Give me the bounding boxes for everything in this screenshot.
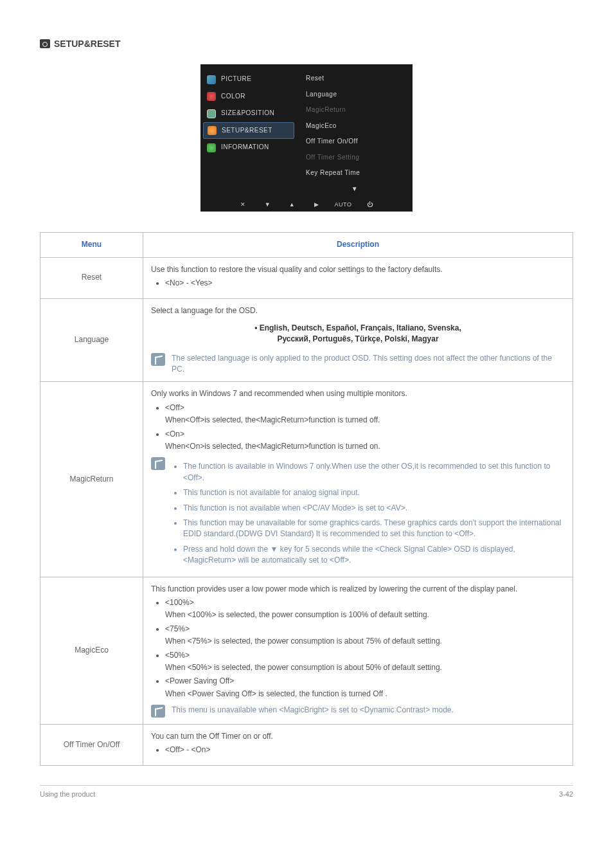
auto-label: AUTO [335,201,352,209]
table-row: MagicReturn Only works in Windows 7 and … [40,382,573,577]
me-75-label: <75%> [165,624,565,635]
me-100-text: When <100%> is selected, the power consu… [165,610,565,620]
page-footer: Using the product 3-42 [40,785,573,800]
osd-left-label: INFORMATION [221,143,269,152]
magicreturn-notes: The function is available in Windows 7 o… [151,457,565,570]
osd-left-label: COLOR [221,92,245,102]
magicreturn-off: <Off> When<Off>is selected, the<MagicRet… [165,402,565,426]
mr-off-label: <Off> [165,402,565,413]
osd-left-label: PICTURE [221,75,251,84]
osd-right-item: Off Timer Setting [297,150,413,166]
mr-on-text: When<On>is selected, the<MagicReturn>fun… [165,441,565,452]
magiceco-100: <100%> When <100%> is selected, the powe… [165,597,565,621]
desc-offtimer: You can turn the Off Timer on or off. <O… [143,725,573,766]
osd-menu-screenshot: PICTURE COLOR SIZE&POSITION SETUP&RESET … [200,64,413,212]
table-row: Reset Use this function to restore the v… [40,257,573,298]
osd-left-setup-selected: SETUP&RESET [203,122,294,140]
table-row: Language Select a language for the OSD. … [40,298,573,382]
settings-table: Menu Description Reset Use this function… [40,232,573,766]
size-icon [207,109,216,118]
right-icon: ▶ [310,201,323,209]
mr-note: Press and hold down the ▼ key for 5 seco… [183,544,565,566]
mr-on-label: <On> [165,429,565,440]
menu-offtimer: Off Timer On/Off [40,725,143,766]
me-psoff-label: <Power Saving Off> [165,676,565,687]
picture-icon [207,75,216,84]
info-icon [207,143,216,152]
osd-left-label: SIZE&POSITION [221,109,274,118]
menu-magiceco: MagicEco [40,577,143,725]
desc-magicreturn: Only works in Windows 7 and recommended … [143,382,573,577]
osd-right-item: Off Timer On/Off [297,134,413,150]
magiceco-note-text: This menu is unavailable when <MagicBrig… [172,705,565,716]
up-icon: ▲ [286,201,299,209]
osd-right-item: MagicEco [297,118,413,134]
magicreturn-on: <On> When<On>is selected, the<MagicRetur… [165,429,565,453]
osd-right-item: Key Repeat Time [297,165,413,181]
color-icon [207,92,216,101]
me-50-text: When <50%> is selected, the power consum… [165,662,565,673]
magiceco-note: This menu is unavailable when <MagicBrig… [151,705,565,718]
language-note: The selected language is only applied to… [151,353,565,375]
close-icon: ✕ [237,201,250,209]
section-header: SETUP&RESET [40,37,573,50]
osd-right-more: ▼ [297,181,413,197]
magiceco-75: <75%> When <75%> is selected, the power … [165,624,565,647]
section-title: SETUP&RESET [54,37,120,50]
footer-left: Using the product [40,790,95,800]
mr-note: This function may be unavailable for som… [183,518,565,540]
mr-note: This function is not available when <PC/… [183,503,565,514]
menu-reset: Reset [40,257,143,298]
desc-language: Select a language for the OSD. • English… [143,298,573,382]
osd-footer: ✕ ▼ ▲ ▶ AUTO ⏻ [200,201,413,212]
magiceco-intro: This function provides user a low power … [151,584,565,595]
table-row: Off Timer On/Off You can turn the Off Ti… [40,725,573,766]
power-icon: ⏻ [363,201,376,209]
menu-language: Language [40,298,143,382]
osd-left-picture: PICTURE [200,71,297,88]
col-description: Description [143,233,573,257]
magiceco-50: <50%> When <50%> is selected, the power … [165,650,565,674]
footer-right: 3-42 [559,790,573,800]
desc-reset: Use this function to restore the visual … [143,257,573,298]
magicreturn-intro: Only works in Windows 7 and recommended … [151,388,565,399]
down-icon: ▼ [262,201,274,209]
osd-left-info: INFORMATION [200,139,297,156]
reset-intro: Use this function to restore the visual … [151,264,565,275]
mr-off-text: When<Off>is selected, the<MagicReturn>fu… [165,415,565,426]
osd-left-size: SIZE&POSITION [200,105,297,122]
col-menu: Menu [40,233,143,257]
language-list: • English, Deutsch, Español, Français, I… [151,323,565,345]
me-100-label: <100%> [165,597,565,608]
reset-options: <No> - <Yes> [165,278,565,289]
gear-icon [208,126,217,135]
magicreturn-note-body: The function is available in Windows 7 o… [172,457,565,570]
menu-magicreturn: MagicReturn [40,382,143,577]
setup-reset-icon [40,39,50,48]
offtimer-intro: You can turn the Off Timer on or off. [151,731,565,742]
magiceco-psoff: <Power Saving Off> When <Power Saving Of… [165,676,565,700]
language-line1: • English, Deutsch, Español, Français, I… [151,323,565,334]
osd-right-pane: Reset Language MagicReturn MagicEco Off … [297,64,413,201]
osd-right-item: Reset [297,71,413,87]
table-header-row: Menu Description [40,233,573,257]
osd-left-pane: PICTURE COLOR SIZE&POSITION SETUP&RESET … [200,64,297,201]
note-icon [151,457,165,470]
offtimer-options: <Off> - <On> [165,745,565,755]
osd-right-item: Language [297,87,413,103]
osd-right-item: MagicReturn [297,102,413,118]
note-icon [151,353,165,366]
mr-note: This function is not available for analo… [183,487,565,498]
mr-note: The function is available in Windows 7 o… [183,461,565,484]
me-50-label: <50%> [165,650,565,661]
language-intro: Select a language for the OSD. [151,305,565,316]
table-row: MagicEco This function provides user a l… [40,577,573,725]
note-icon [151,705,165,718]
language-note-text: The selected language is only applied to… [172,353,565,375]
me-75-text: When <75%> is selected, the power consum… [165,636,565,647]
osd-left-label: SETUP&RESET [222,126,272,136]
osd-left-color: COLOR [200,88,297,105]
language-line2: Русский, Português, Türkçe, Polski, Magy… [151,334,565,345]
me-psoff-text: When <Power Saving Off> is selected, the… [165,689,565,700]
desc-magiceco: This function provides user a low power … [143,577,573,725]
